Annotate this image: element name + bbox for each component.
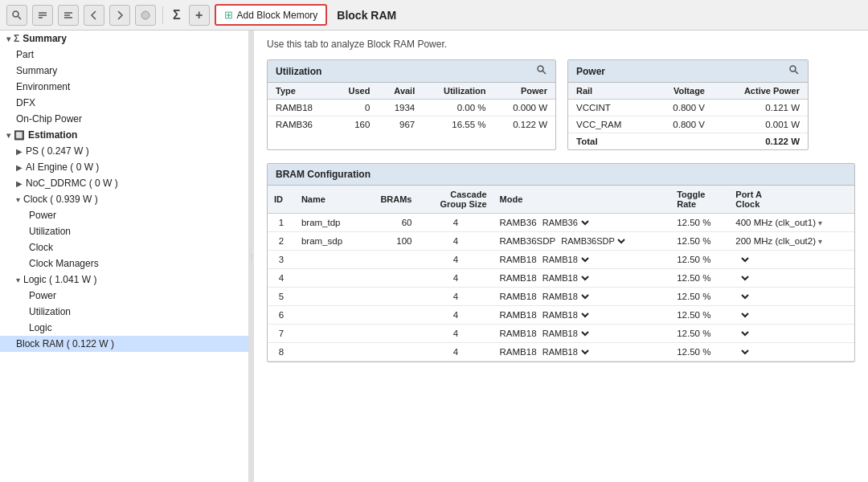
util-type: RAMB36 — [268, 116, 332, 133]
table-row: 1 bram_tdp 60 4 RAMB36 RAMB36 12.50 % 40… — [268, 214, 854, 232]
bram-id: 7 — [268, 325, 295, 343]
sidebar-label-logic: Logic ( 1.041 W ) — [23, 274, 96, 285]
power-table: Rail Voltage Active Power VCCINT 0.800 V… — [568, 83, 808, 149]
sidebar-label-clock: Clock ( 0.939 W ) — [23, 194, 98, 205]
search-button[interactable] — [6, 5, 27, 26]
port-a-clock-dropdown[interactable]: ▾ — [818, 219, 822, 227]
table-row: RAMB36 160 967 16.55 % 0.122 W — [268, 116, 555, 133]
svg-point-0 — [13, 11, 18, 17]
table-row: VCC_RAM 0.800 V 0.001 W — [568, 116, 808, 133]
sidebar-item-onchip-power[interactable]: On-Chip Power — [0, 111, 248, 127]
sidebar-item-ai-engine[interactable]: ▶ AI Engine ( 0 W ) — [0, 159, 248, 175]
bram-port-a-clock — [729, 325, 854, 343]
sidebar-item-noc-ddrmc[interactable]: ▶ NoC_DDRMC ( 0 W ) — [0, 175, 248, 191]
bram-mode-select[interactable]: RAMB18 — [539, 346, 592, 357]
sidebar-item-clock-clock[interactable]: Clock — [0, 239, 248, 255]
sidebar-item-environment[interactable]: Environment — [0, 79, 248, 95]
power-voltage — [649, 133, 713, 150]
bram-toggle-rate: 12.50 % — [670, 214, 729, 232]
bram-config-panel: BRAM Configuration ID Name BRAMs Cascade… — [267, 163, 855, 362]
sidebar-label-logic-utilization: Utilization — [29, 306, 71, 317]
add-block-memory-button[interactable]: ⊞ Add Block Memory — [215, 4, 328, 26]
port-a-clock-select[interactable] — [735, 272, 751, 284]
collapse-button[interactable] — [32, 5, 53, 26]
utilization-search-icon[interactable] — [536, 64, 547, 78]
back-button[interactable] — [84, 5, 104, 26]
bram-id: 8 — [268, 343, 295, 362]
sidebar-label-clock-managers: Clock Managers — [29, 258, 99, 269]
sidebar-item-summary-top[interactable]: ▾ Σ Summary — [0, 31, 248, 47]
power-col-voltage: Voltage — [649, 83, 713, 100]
bram-port-a-clock — [729, 288, 854, 306]
bram-mode-select[interactable]: RAMB36SDP — [558, 235, 628, 247]
sidebar-item-clock-power[interactable]: Power — [0, 207, 248, 223]
sidebar-item-clock[interactable]: ▾ Clock ( 0.939 W ) — [0, 191, 248, 207]
bram-port-a-clock: 400 MHz (clk_out1) ▾ — [729, 214, 854, 232]
sidebar-label-logic-power: Power — [29, 290, 56, 301]
sidebar-item-logic-utilization[interactable]: Utilization — [0, 304, 248, 320]
sidebar-item-clock-utilization[interactable]: Utilization — [0, 223, 248, 239]
sidebar-item-logic-logic[interactable]: Logic — [0, 320, 248, 336]
bram-name — [295, 251, 362, 269]
forward-button[interactable] — [109, 5, 130, 26]
sidebar-item-logic[interactable]: ▾ Logic ( 1.041 W ) — [0, 272, 248, 288]
svg-line-1 — [18, 16, 22, 19]
bram-toggle-rate: 12.50 % — [670, 251, 729, 269]
power-col-active-power: Active Power — [713, 83, 808, 100]
bram-mode-select[interactable]: RAMB18 — [539, 254, 592, 265]
port-a-clock-select[interactable] — [735, 309, 751, 321]
table-row: RAMB18 0 1934 0.00 % 0.000 W — [268, 100, 555, 116]
sidebar-item-summary-child[interactable]: Summary — [0, 63, 248, 79]
table-row: VCCINT 0.800 V 0.121 W — [568, 100, 808, 116]
power-search-icon[interactable] — [788, 64, 800, 78]
util-power: 0.122 W — [494, 116, 555, 133]
sidebar-item-block-ram[interactable]: Block RAM ( 0.122 W ) — [0, 336, 248, 352]
bram-brams — [362, 251, 418, 269]
port-a-clock-select[interactable] — [735, 254, 751, 265]
sidebar-item-clock-managers[interactable]: Clock Managers — [0, 255, 248, 272]
bram-cascade: 4 — [419, 343, 493, 362]
bram-mode-select[interactable]: RAMB18 — [539, 272, 592, 284]
bram-col-toggle-rate: ToggleRate — [670, 186, 729, 214]
bram-mode-select[interactable]: RAMB18 — [539, 328, 592, 339]
port-a-clock-select[interactable] — [735, 346, 751, 357]
bram-brams: 60 — [362, 214, 418, 232]
add-button[interactable]: + — [189, 5, 210, 26]
table-row: 6 4 RAMB18 RAMB18 12.50 % — [268, 306, 854, 325]
stop-button[interactable] — [135, 5, 156, 26]
port-a-clock-select[interactable] — [735, 291, 751, 302]
content-area: Use this tab to analyze Block RAM Power.… — [254, 31, 868, 482]
bram-mode-select[interactable]: RAMB36 — [539, 217, 592, 228]
bram-mode: RAMB36 RAMB36 — [493, 214, 671, 232]
sidebar-item-ps[interactable]: ▶ PS ( 0.247 W ) — [0, 143, 248, 159]
sidebar-label-clock-utilization: Utilization — [29, 226, 71, 237]
sidebar-item-dfx[interactable]: DFX — [0, 95, 248, 111]
bram-mode-select[interactable]: RAMB18 — [539, 291, 592, 302]
util-used: 0 — [332, 100, 378, 116]
util-used: 160 — [332, 116, 378, 133]
bram-col-brams: BRAMs — [362, 186, 418, 214]
bram-id: 2 — [268, 232, 295, 251]
port-a-clock-select[interactable] — [735, 328, 751, 339]
sidebar-item-logic-power[interactable]: Power — [0, 288, 248, 304]
tables-row: Utilization Type Used Avail Utilization … — [267, 59, 855, 150]
bram-col-name: Name — [295, 186, 362, 214]
bram-port-a-clock — [729, 343, 854, 362]
port-a-clock-dropdown[interactable]: ▾ — [818, 237, 822, 246]
sidebar-label-summary-child: Summary — [16, 65, 57, 76]
bram-cascade: 4 — [419, 325, 493, 343]
power-active-power: 0.001 W — [713, 116, 808, 133]
bram-brams — [362, 288, 418, 306]
expand-button[interactable] — [58, 5, 79, 26]
power-header: Power — [568, 60, 808, 83]
table-row: 2 bram_sdp 100 4 RAMB36SDP RAMB36SDP 12.… — [268, 232, 854, 251]
sidebar-label-environment: Environment — [16, 81, 70, 92]
util-col-used: Used — [332, 83, 378, 100]
bram-cascade: 4 — [419, 306, 493, 325]
sidebar-item-part[interactable]: Part — [0, 47, 248, 63]
bram-mode-select[interactable]: RAMB18 — [539, 309, 592, 321]
sidebar-item-estimation[interactable]: ▾ 🔲 Estimation — [0, 127, 248, 143]
bram-port-a-clock — [729, 306, 854, 325]
bram-name — [295, 288, 362, 306]
chip-icon: 🔲 — [14, 130, 25, 141]
